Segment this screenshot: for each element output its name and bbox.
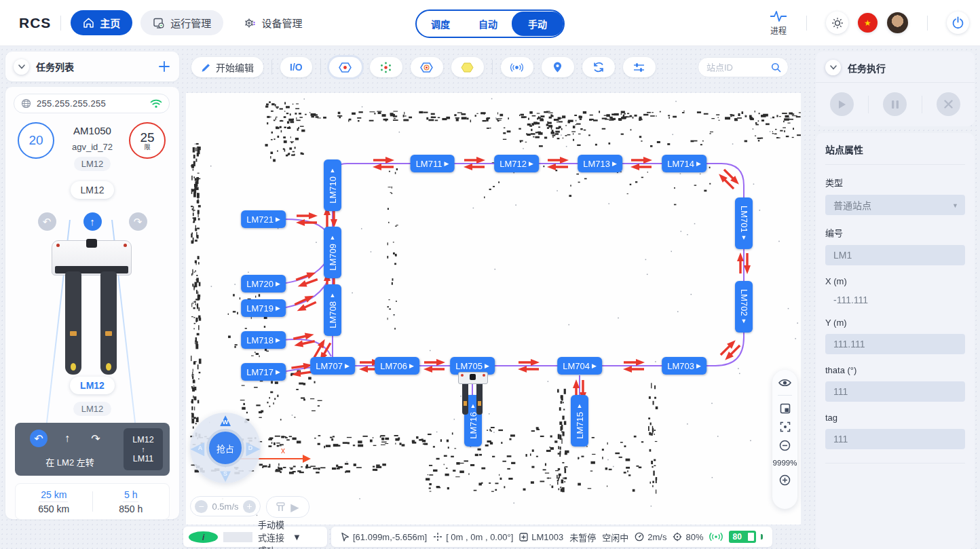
station-direction-triangle: ▶ xyxy=(444,161,449,167)
direction-arrow-pair xyxy=(630,157,653,171)
search-icon[interactable] xyxy=(771,62,781,73)
nav-item-home[interactable]: 主页 xyxy=(71,10,132,35)
map-station-LM703[interactable]: LM703▶ xyxy=(662,357,706,375)
navbar-right: 进程 ★ xyxy=(770,0,969,45)
map-station-LM710[interactable]: ▲LM710 xyxy=(324,159,341,211)
collapse-chevron-icon[interactable] xyxy=(14,59,29,75)
filter-settings-button[interactable] xyxy=(623,57,656,77)
station-direction-triangle: ▶ xyxy=(592,363,597,369)
seize-control-button[interactable]: 抢占 xyxy=(206,429,244,467)
turn-right-button[interactable]: ↷ xyxy=(129,212,147,231)
map-station-LM708[interactable]: ▲LM708 xyxy=(324,284,341,336)
add-task-button[interactable] xyxy=(157,60,171,73)
collapse-chevron-icon[interactable] xyxy=(825,60,841,75)
signal-icon xyxy=(709,532,723,542)
station-type-select[interactable]: ▼ xyxy=(825,195,965,215)
layer-stations-button[interactable] xyxy=(329,57,362,77)
mode-tab-manual[interactable]: 手动 xyxy=(512,12,563,36)
map-station-LM707[interactable]: LM707▶ xyxy=(310,357,355,375)
map-station-LM714[interactable]: LM714▶ xyxy=(662,155,706,172)
task-play-button[interactable] xyxy=(830,92,854,116)
station-theta-input[interactable] xyxy=(825,381,965,402)
station-id-field[interactable] xyxy=(825,245,965,265)
station-tag-input[interactable] xyxy=(825,429,965,449)
task-pause-button[interactable] xyxy=(883,92,907,116)
agv-robot-marker[interactable] xyxy=(458,372,488,418)
layer-points-button[interactable] xyxy=(370,57,402,77)
map-station-LM718[interactable]: LM718▶ xyxy=(241,331,286,349)
map-station-LM711[interactable]: LM711▶ xyxy=(411,155,455,172)
theme-toggle-button[interactable] xyxy=(826,12,848,34)
map-station-LM706[interactable]: LM706▶ xyxy=(375,357,419,375)
forklift-fork xyxy=(100,271,117,375)
relocate-button[interactable] xyxy=(501,57,533,77)
direction-arrow-pair xyxy=(546,157,569,171)
vehicle-ip-row[interactable]: 255.255.255.255 xyxy=(14,94,170,113)
layer-target-button[interactable] xyxy=(411,57,443,77)
joystick-up-button[interactable]: ▲W xyxy=(215,410,235,430)
map-station-LM712[interactable]: LM712▶ xyxy=(494,155,539,172)
io-button[interactable]: I/O xyxy=(280,57,312,77)
minimap-button[interactable] xyxy=(780,403,791,414)
refresh-button[interactable] xyxy=(582,57,615,77)
station-badge: LM12 xyxy=(73,402,111,416)
current-station: LM1003 xyxy=(519,532,563,542)
power-button[interactable] xyxy=(947,12,969,34)
map-station-LM713[interactable]: LM713▶ xyxy=(578,155,622,172)
station-type-value[interactable] xyxy=(825,195,965,215)
user-avatar[interactable] xyxy=(887,12,908,33)
task-cancel-button[interactable] xyxy=(937,92,960,116)
station-badge: LM12 xyxy=(74,157,111,171)
station-id-input[interactable] xyxy=(825,245,965,265)
globe-icon xyxy=(21,98,31,109)
map-station-LM702[interactable]: LM702▼ xyxy=(735,281,753,333)
mode-tab-dispatch[interactable]: 调度 xyxy=(417,12,464,35)
zoom-out-button[interactable] xyxy=(779,440,791,451)
map-station-LM709[interactable]: ▲LM709 xyxy=(324,227,341,278)
visibility-button[interactable] xyxy=(778,378,791,387)
map-station-LM719[interactable]: LM719▶ xyxy=(241,299,286,317)
mode-tab-auto[interactable]: 自动 xyxy=(464,12,512,35)
task-execution-panel: 任务执行 站点属性 类型 ▼ 编号 X (m) -111.111 Y (m) t… xyxy=(812,45,980,549)
map-station-LM721[interactable]: LM721▶ xyxy=(241,210,286,228)
joystick-down-button[interactable]: ▼S xyxy=(215,466,235,486)
start-edit-button[interactable]: 开始编辑 xyxy=(191,57,263,77)
nav-item-operations[interactable]: 运行管理 xyxy=(140,10,223,35)
hours-stat: 5 h 850 h xyxy=(93,489,170,514)
direction-arrow-pair xyxy=(372,157,395,171)
telemetry-bar: [61.099m,-5.656m] [ 0m , 0m , 0.00°] LM1… xyxy=(331,527,772,547)
station-theta-field[interactable] xyxy=(825,381,965,402)
station-search-input[interactable] xyxy=(705,62,771,73)
speed-increase-button[interactable]: + xyxy=(243,500,256,513)
field-label-type: 类型 xyxy=(825,176,965,189)
joystick-left-button[interactable]: ◀A xyxy=(187,438,208,458)
map-station-LM717[interactable]: LM717▶ xyxy=(241,363,286,381)
process-button[interactable]: 进程 xyxy=(770,10,787,36)
map-station-LM701[interactable]: LM701▼ xyxy=(735,197,753,249)
field-label-x: X (m) xyxy=(825,276,965,286)
fork-control[interactable]: ▶ xyxy=(266,496,309,518)
station-direction-triangle: ▶ xyxy=(529,161,533,167)
locate-pin-button[interactable] xyxy=(542,57,574,77)
home-icon xyxy=(83,17,94,29)
station-y-input[interactable] xyxy=(825,334,965,354)
turn-left-button[interactable]: ↶ xyxy=(38,212,56,231)
nav-item-devices[interactable]: 设备管理 xyxy=(231,10,314,35)
vehicle-card: 255.255.255.255 20 25限 AM1050 agv_id_72 … xyxy=(5,87,179,519)
zoom-in-button[interactable] xyxy=(779,474,791,486)
joystick-right-button[interactable]: ▶D xyxy=(243,438,263,458)
chevron-down-icon[interactable]: ▼ xyxy=(293,532,322,542)
center-focus-button[interactable] xyxy=(780,421,791,432)
map-station-LM704[interactable]: LM704▶ xyxy=(557,357,602,375)
battery-indicator: 80 xyxy=(729,531,763,543)
station-y-field[interactable] xyxy=(825,334,965,354)
map-station-LM720[interactable]: LM720▶ xyxy=(241,275,286,292)
forward-button[interactable]: ↑ xyxy=(83,212,102,231)
layer-zone-button[interactable] xyxy=(451,57,484,77)
speed-decrease-button[interactable]: − xyxy=(195,500,208,513)
station-tag-field[interactable] xyxy=(825,429,965,449)
map-station-LM715[interactable]: ▲LM715 xyxy=(571,395,588,447)
up-arrow-icon: ↑ xyxy=(141,445,145,453)
run-state: 空闲中 xyxy=(602,531,628,544)
language-flag[interactable]: ★ xyxy=(858,13,878,33)
